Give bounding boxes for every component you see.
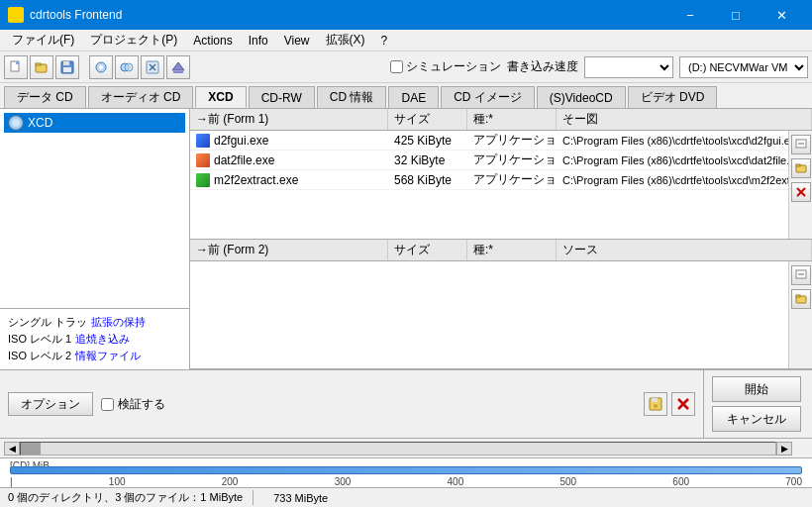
file-type-d2fgui: アプリケーション [467, 131, 557, 150]
status-files: 0 個のディレクトリ、3 個のファイル：1 MiByte [8, 490, 254, 505]
tree-item-label: XCD [28, 116, 52, 130]
file-name-m2f2: m2f2extract.exe [190, 170, 388, 189]
menu-file[interactable]: ファイル(F) [4, 30, 82, 51]
info-label-2: ISO レベル 1 [8, 332, 71, 347]
simulation-checkbox[interactable] [390, 60, 403, 73]
file-size-m2f2: 568 KiByte [388, 170, 467, 189]
file-size-d2fgui: 425 KiByte [388, 131, 467, 150]
tool-burn[interactable] [89, 55, 113, 79]
form1-folder-button[interactable] [791, 158, 811, 178]
form2-side-icons [788, 261, 812, 369]
scroll-left-button[interactable]: ◀ [4, 442, 20, 456]
file-icon-exe [196, 134, 210, 148]
drive-combo[interactable]: (D:) NECVMWar VMware [679, 56, 808, 78]
ruler-mark-500: 500 [559, 476, 576, 487]
file-icon-gear [196, 173, 210, 187]
svg-rect-15 [173, 71, 183, 73]
tool-save[interactable] [55, 55, 79, 79]
table-row[interactable]: m2f2extract.exe 568 KiByte アプリケーション C:\P… [190, 170, 788, 190]
scroll-bar-horizontal[interactable] [20, 442, 776, 456]
menu-actions[interactable]: Actions [185, 32, 240, 50]
verify-label: 検証する [118, 396, 165, 413]
tab-xcd[interactable]: XCD [195, 86, 246, 108]
tree-item-xcd[interactable]: XCD [4, 113, 185, 133]
scroll-right-button[interactable]: ▶ [776, 442, 792, 456]
close-button[interactable]: ✕ [759, 0, 804, 30]
write-speed-combo[interactable] [584, 56, 673, 78]
menu-view[interactable]: View [276, 32, 318, 50]
minimize-button[interactable]: − [667, 0, 713, 30]
svg-point-28 [654, 404, 658, 408]
menu-project[interactable]: プロジェクト(P) [82, 30, 185, 51]
menu-extended[interactable]: 拡張(X) [318, 30, 373, 51]
ruler-mark-100: 100 [109, 476, 126, 487]
svg-rect-25 [796, 295, 800, 297]
start-button[interactable]: 開始 [712, 376, 801, 402]
verify-checkbox[interactable] [101, 398, 114, 411]
menu-help[interactable]: ? [373, 32, 396, 50]
info-label-1: シングル トラッ [8, 315, 87, 330]
form1-col-name: →前 (Form 1) [190, 109, 388, 130]
tab-video-dvd[interactable]: ビデオ DVD [628, 86, 718, 108]
tab-data-cd[interactable]: データ CD [4, 86, 86, 108]
options-button[interactable]: オプション [8, 392, 93, 416]
file-source-d2fgui: C:\Program Files (x86)\cdrtfe\tools\xcd\… [557, 131, 788, 150]
svg-marker-14 [172, 62, 184, 70]
form2-add-button[interactable] [791, 265, 811, 285]
form1-col-source: そー図 [557, 109, 812, 130]
info-row-3: ISO レベル 2 情報ファイル [8, 349, 181, 363]
info-link-2[interactable]: 追焼き込み [75, 332, 130, 347]
maximize-button[interactable]: □ [713, 0, 759, 30]
tab-cd-image[interactable]: CD イメージ [441, 86, 535, 108]
form1-remove-button[interactable] [791, 182, 811, 202]
tool-open[interactable] [30, 55, 53, 79]
form2-header: →前 (Form 2) サイズ 種:* ソース [190, 240, 812, 261]
table-row[interactable]: d2fgui.exe 425 KiByte アプリケーション C:\Progra… [190, 131, 788, 151]
svg-point-10 [125, 63, 133, 71]
tab-dae[interactable]: DAE [388, 86, 439, 108]
file-source-m2f2: C:\Program Files (x86)\cdrtfe\tools\xcd\… [557, 170, 788, 189]
info-link-3[interactable]: 情報ファイル [75, 349, 141, 363]
tab-cd-info[interactable]: CD 情報 [317, 86, 387, 108]
form1-col-size: サイズ [388, 109, 467, 130]
form1-section: →前 (Form 1) サイズ 種:* そー図 d2fgui. [190, 109, 812, 240]
info-link-1[interactable]: 拡張の保持 [91, 315, 146, 330]
info-row-2: ISO レベル 1 追焼き込み [8, 332, 181, 347]
left-panel: XCD シングル トラッ 拡張の保持 ISO レベル 1 追焼き込み ISO レ… [0, 109, 190, 369]
file-type-m2f2: アプリケーション [467, 170, 557, 189]
simulation-checkbox-label[interactable]: シミュレーション [390, 58, 501, 75]
tool-copy[interactable] [115, 55, 139, 79]
svg-rect-27 [652, 398, 658, 402]
tab-audio-cd[interactable]: オーディオ CD [88, 86, 194, 108]
tab-s-video-cd[interactable]: (S)VideoCD [537, 86, 626, 108]
tree-area[interactable]: XCD [0, 109, 189, 309]
main-area: XCD シングル トラッ 拡張の保持 ISO レベル 1 追焼き込み ISO レ… [0, 109, 812, 369]
table-row[interactable]: dat2file.exe 32 KiByte アプリケーション C:\Progr… [190, 151, 788, 170]
action-delete-button[interactable] [671, 392, 695, 416]
menu-info[interactable]: Info [241, 32, 276, 50]
form1-side-icons [788, 131, 812, 239]
tool-eject[interactable] [166, 55, 190, 79]
title-bar-title: cdrtools Frontend [8, 7, 122, 23]
svg-point-8 [99, 65, 103, 69]
form2-file-list [190, 261, 788, 369]
ruler-area: [CD] MiB | 100 200 300 400 500 600 700 [0, 457, 812, 487]
toolbar-right: シミュレーション 書き込み速度 (D:) NECVMWar VMware [390, 56, 808, 78]
status-bar: 0 個のディレクトリ、3 個のファイル：1 MiByte 733 MiByte [0, 487, 812, 507]
tool-new[interactable] [4, 55, 28, 79]
write-speed-label: 書き込み速度 [507, 58, 578, 75]
file-source-dat2file: C:\Program Files (x86)\cdrtfe\tools\xcd\… [557, 151, 788, 169]
action-save-button[interactable] [644, 392, 667, 416]
svg-rect-19 [796, 164, 800, 166]
tab-cd-rw[interactable]: CD-RW [249, 86, 315, 108]
cancel-button[interactable]: キャンセル [712, 406, 801, 432]
app-icon [8, 7, 24, 23]
tool-settings[interactable] [141, 55, 164, 79]
form2-folder-button[interactable] [791, 289, 811, 309]
svg-rect-1 [16, 61, 19, 64]
simulation-label: シミュレーション [406, 58, 501, 75]
verify-checkbox-label[interactable]: 検証する [101, 396, 165, 413]
form1-add-button[interactable] [791, 135, 811, 154]
status-size: 733 MiByte [273, 492, 338, 504]
info-row-1: シングル トラッ 拡張の保持 [8, 315, 181, 330]
